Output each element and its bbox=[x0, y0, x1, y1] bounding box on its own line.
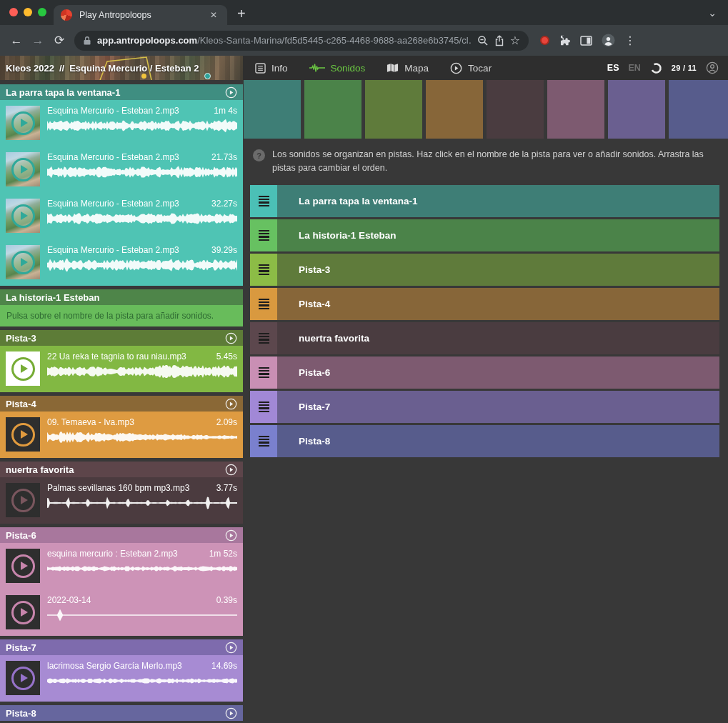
play-track-icon[interactable] bbox=[225, 398, 237, 410]
forward-button[interactable]: → bbox=[27, 34, 49, 48]
clip-play-button[interactable] bbox=[6, 351, 40, 386]
play-icon bbox=[11, 251, 35, 274]
bookmark-star-icon[interactable]: ☆ bbox=[510, 34, 520, 47]
drag-handle[interactable] bbox=[250, 219, 277, 251]
track-name-button[interactable]: Pista-6 bbox=[277, 356, 719, 389]
track-name-label: La parra tapa la ventana-1 bbox=[299, 196, 418, 206]
browser-menu-icon[interactable]: ⋮ bbox=[624, 34, 636, 47]
track-name-button[interactable]: nuertra favorita bbox=[277, 322, 719, 354]
new-tab-button[interactable]: + bbox=[237, 6, 246, 22]
account-icon[interactable] bbox=[706, 61, 719, 74]
clip-play-button[interactable] bbox=[6, 549, 40, 583]
clip-play-button[interactable] bbox=[6, 152, 40, 186]
clip-play-button[interactable] bbox=[6, 595, 40, 629]
extensions-puzzle-icon[interactable] bbox=[559, 34, 571, 46]
track-name-button[interactable]: Pista-4 bbox=[277, 288, 719, 320]
track-name-button[interactable]: La historia-1 Esteban bbox=[277, 219, 719, 251]
clip-name: Esquina Mercurio - Esteban 2.mp3 bbox=[47, 199, 179, 209]
clip-play-button[interactable] bbox=[6, 483, 40, 517]
clip-play-button[interactable] bbox=[6, 199, 40, 233]
color-swatch-2 bbox=[304, 80, 361, 139]
maximize-window-button[interactable] bbox=[38, 8, 46, 16]
screen-recording-indicator-icon bbox=[540, 36, 549, 45]
drag-handle[interactable] bbox=[250, 254, 277, 286]
clip-name: 09. Temaeva - Iva.mp3 bbox=[47, 417, 134, 427]
waveform[interactable] bbox=[47, 495, 237, 511]
sidebar-track-header[interactable]: La parra tapa la ventana-1 bbox=[0, 84, 243, 100]
waveform[interactable] bbox=[47, 164, 237, 180]
track-name-button[interactable]: Pista-7 bbox=[277, 391, 719, 423]
waveform[interactable] bbox=[47, 257, 237, 273]
drag-handle[interactable] bbox=[250, 288, 277, 320]
clip-play-button[interactable] bbox=[6, 661, 40, 695]
drag-handle[interactable] bbox=[250, 356, 277, 389]
lang-es-button[interactable]: ES bbox=[607, 63, 619, 73]
play-icon bbox=[11, 158, 35, 181]
waveform[interactable] bbox=[47, 364, 237, 379]
help-row: ? Los sonidos se organizan en pistas. Ha… bbox=[253, 148, 716, 176]
color-swatch-7 bbox=[608, 80, 665, 139]
tab-mapa[interactable]: Mapa bbox=[387, 63, 429, 74]
sidebar-track-header[interactable]: Pista-6 bbox=[0, 527, 243, 543]
back-button[interactable]: ← bbox=[6, 34, 27, 48]
drag-handle[interactable] bbox=[250, 322, 277, 354]
color-swatch-6 bbox=[547, 80, 604, 139]
tab-info-label: Info bbox=[271, 63, 288, 74]
drag-handle[interactable] bbox=[250, 391, 277, 423]
waveform[interactable] bbox=[47, 673, 237, 689]
drag-handle-icon bbox=[259, 299, 269, 309]
play-track-icon[interactable] bbox=[225, 642, 237, 654]
play-track-icon[interactable] bbox=[225, 332, 237, 344]
waveform[interactable] bbox=[47, 561, 237, 577]
sidebar-track-name: Pista-4 bbox=[6, 399, 36, 409]
track-name-button[interactable]: Pista-8 bbox=[277, 425, 719, 457]
drag-handle[interactable] bbox=[250, 185, 277, 217]
play-track-icon[interactable] bbox=[225, 529, 237, 542]
waveform[interactable] bbox=[47, 429, 237, 445]
browser-tab[interactable]: Play Antropoloops ✕ bbox=[54, 5, 227, 25]
profile-avatar-icon[interactable] bbox=[602, 34, 615, 47]
track-name-button[interactable]: Pista-3 bbox=[277, 254, 719, 286]
play-track-icon[interactable] bbox=[225, 464, 237, 476]
sidebar-track-header[interactable]: Pista-4 bbox=[0, 396, 243, 412]
tab-tocar[interactable]: Tocar bbox=[450, 62, 492, 74]
clip-play-button[interactable] bbox=[6, 245, 40, 279]
sidebar-track-header[interactable]: La historia-1 Esteban bbox=[0, 289, 243, 305]
lang-en-button[interactable]: EN bbox=[628, 63, 640, 73]
clip-thumbnail bbox=[6, 152, 40, 186]
waveform[interactable] bbox=[47, 607, 237, 623]
sidebar-track-section: Pista-8 bbox=[0, 705, 243, 721]
reload-button[interactable]: ⟳ bbox=[49, 33, 70, 48]
share-icon[interactable] bbox=[494, 35, 504, 46]
play-track-icon[interactable] bbox=[225, 86, 237, 99]
sidebar-track-header[interactable]: Pista-8 bbox=[0, 705, 243, 721]
drag-handle[interactable] bbox=[250, 425, 277, 457]
clip-play-button[interactable] bbox=[6, 106, 40, 140]
loader-spinner-icon bbox=[650, 62, 662, 74]
sidebar-track-header[interactable]: nuertra favorita bbox=[0, 462, 243, 477]
clip-play-button[interactable] bbox=[6, 417, 40, 452]
play-icon bbox=[11, 554, 35, 578]
play-icon bbox=[11, 111, 35, 135]
browser-tab-strip: Play Antropoloops ✕ + ⌄ bbox=[0, 0, 728, 25]
track-name-button[interactable]: La parra tapa la ventana-1 bbox=[277, 185, 719, 217]
address-bar[interactable]: app.antropoloops.com/Kleos-Santa-Marina/… bbox=[74, 31, 529, 51]
url-host: app.antropoloops.com bbox=[97, 35, 197, 46]
close-tab-icon[interactable]: ✕ bbox=[207, 9, 220, 21]
project-name[interactable]: Kleos 2022 bbox=[6, 63, 54, 74]
close-window-button[interactable] bbox=[9, 8, 18, 16]
zoom-out-icon[interactable] bbox=[477, 35, 489, 46]
sidebar-track-header[interactable]: Pista-7 bbox=[0, 639, 243, 655]
play-track-icon[interactable] bbox=[225, 707, 237, 719]
waveform[interactable] bbox=[47, 211, 237, 226]
side-panel-icon[interactable] bbox=[580, 35, 592, 46]
waveform[interactable] bbox=[47, 118, 237, 134]
tab-search-chevron-icon[interactable]: ⌄ bbox=[708, 7, 717, 19]
play-icon bbox=[11, 204, 35, 228]
tab-sonidos[interactable]: Sonidos bbox=[309, 63, 366, 74]
minimize-window-button[interactable] bbox=[24, 8, 32, 16]
tab-info[interactable]: Info bbox=[255, 63, 288, 74]
breadcrumb[interactable]: Kleos 2022 // Esquina Mercurio / Esteban… bbox=[0, 56, 243, 80]
sidebar-track-header[interactable]: Pista-3 bbox=[0, 330, 243, 346]
sidebar-track-section: Pista-322 Ua reka te tagnia to rau niau.… bbox=[0, 330, 243, 392]
